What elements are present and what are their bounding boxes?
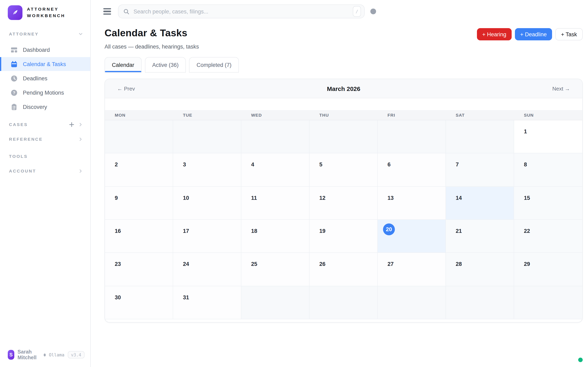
calendar-cell-23[interactable]: 23 [105,253,173,286]
date-label: 8 [524,162,527,168]
prev-month-button[interactable]: ← Prev [117,85,135,92]
hamburger-menu-icon[interactable] [103,7,112,16]
calendar-cell-1[interactable]: 1 [514,120,582,154]
calendar-cell-14[interactable]: 14 [446,187,514,220]
page-subtitle: All cases — deadlines, hearings, tasks [104,44,199,50]
calendar-cell-26[interactable]: 26 [310,253,378,286]
calendar-cell-empty[interactable] [241,286,310,319]
sidebar-item-label: Pending Motions [23,90,64,96]
calendar-cell-30[interactable]: 30 [105,286,173,319]
calendar-cell-6[interactable]: 6 [378,154,446,187]
date-label: 28 [456,261,462,267]
sidebar-item-dashboard[interactable]: Dashboard [0,43,90,57]
page-actions: + Hearing+ Deadline+ Task [477,28,583,40]
main-content: / Calendar & Tasks All cases — deadlines… [91,0,588,367]
calendar-cell-16[interactable]: 16 [105,220,173,253]
calendar-cell-4[interactable]: 4 [241,154,310,187]
tab-completed-7[interactable]: Completed (7) [189,57,239,73]
calendar-cell-empty[interactable] [514,286,582,319]
section-label: TOOLS [9,154,83,159]
sidebar-section-tools[interactable]: TOOLS [0,152,90,160]
date-label: 16 [115,228,121,234]
sidebar-section-account[interactable]: ACCOUNT [0,167,90,175]
section-label: ACCOUNT [9,168,78,173]
calendar-cell-21[interactable]: 21 [446,220,514,253]
today-badge: 20 [383,224,395,235]
date-label: 23 [115,261,121,267]
version-badge: v3.4 [68,351,85,359]
search-bar[interactable]: / [118,4,365,18]
calendar-cell-empty[interactable] [310,286,378,319]
date-label: 5 [319,162,322,168]
sidebar-item-discovery[interactable]: Discovery [0,100,90,114]
calendar-cell-27[interactable]: 27 [378,253,446,286]
calendar-cell-28[interactable]: 28 [446,253,514,286]
calendar-cell-empty[interactable] [378,286,446,319]
date-label: 12 [319,195,325,201]
calendar-cell-empty[interactable] [105,120,173,154]
calendar-cell-3[interactable]: 3 [173,154,241,187]
svg-text:?: ? [13,90,15,95]
weekday-header-tue: TUE [173,110,241,120]
date-label: 25 [251,261,257,267]
calendar-cell-7[interactable]: 7 [446,154,514,187]
section-label: ATTORNEY [9,31,78,36]
calendar-icon [11,60,17,67]
chevron-right-icon [78,137,83,141]
calendar-cell-17[interactable]: 17 [173,220,241,253]
user-row[interactable]: S Sarah Mitchell Ollama v3.4 [0,343,90,367]
calendar-cell-2[interactable]: 2 [105,154,173,187]
weekday-header-wed: WED [241,110,310,120]
user-status-dot [44,353,45,356]
date-label: 15 [524,195,530,201]
calendar-cell-25[interactable]: 25 [241,253,310,286]
section-label: REFERENCE [9,137,78,142]
chevron-down-icon [78,32,83,36]
search-input[interactable] [133,8,350,15]
calendar-cell-10[interactable]: 10 [173,187,241,220]
sidebar-section-attorney[interactable]: ATTORNEY [0,30,90,38]
calendar-cell-15[interactable]: 15 [514,187,582,220]
online-status-dot [578,358,583,362]
calendar-cell-8[interactable]: 8 [514,154,582,187]
calendar-cell-12[interactable]: 12 [310,187,378,220]
date-label: 17 [183,228,189,234]
calendar-cell-19[interactable]: 19 [310,220,378,253]
calendar-cell-18[interactable]: 18 [241,220,310,253]
calendar-cell-13[interactable]: 13 [378,187,446,220]
sidebar-section-cases[interactable]: CASES [0,120,90,128]
calendar-card: ← Prev March 2026 Next → MONTUEWEDTHUFRI… [104,79,583,323]
calendar-cell-empty[interactable] [446,120,514,154]
date-label: 22 [524,228,530,234]
calendar-grid: 1234567891011121314151617181920212223242… [105,120,582,319]
calendar-cell-22[interactable]: 22 [514,220,582,253]
calendar-cell-9[interactable]: 9 [105,187,173,220]
calendar-cell-empty[interactable] [173,120,241,154]
add-hearing-button[interactable]: + Hearing [477,28,512,40]
calendar-cell-20[interactable]: 20 [378,220,446,253]
sidebar-section-reference[interactable]: REFERENCE [0,135,90,143]
sidebar-item-pending-motions[interactable]: ?Pending Motions [0,86,90,100]
weekday-header-row: MONTUEWEDTHUFRISATSUN [105,110,582,120]
shortcut-key-badge: / [353,6,361,17]
weekday-header-sun: SUN [514,110,582,120]
tab-active-36[interactable]: Active (36) [145,57,186,73]
next-month-button[interactable]: Next → [552,85,570,92]
calendar-cell-empty[interactable] [378,120,446,154]
calendar-cell-5[interactable]: 5 [310,154,378,187]
calendar-cell-11[interactable]: 11 [241,187,310,220]
add-task-button[interactable]: + Task [555,28,583,40]
add-case-icon[interactable] [69,122,74,127]
calendar-cell-empty[interactable] [241,120,310,154]
calendar-cell-empty[interactable] [446,286,514,319]
add-deadline-button[interactable]: + Deadline [515,28,552,40]
tab-calendar[interactable]: Calendar [104,57,142,73]
calendar-cell-empty[interactable] [310,120,378,154]
calendar-cell-24[interactable]: 24 [173,253,241,286]
sidebar-item-calendar-tasks[interactable]: Calendar & Tasks [0,57,90,71]
dashboard-icon [11,46,17,53]
calendar-cell-29[interactable]: 29 [514,253,582,286]
date-label: 9 [115,195,118,201]
calendar-cell-31[interactable]: 31 [173,286,241,319]
sidebar-item-deadlines[interactable]: Deadlines [0,71,90,85]
